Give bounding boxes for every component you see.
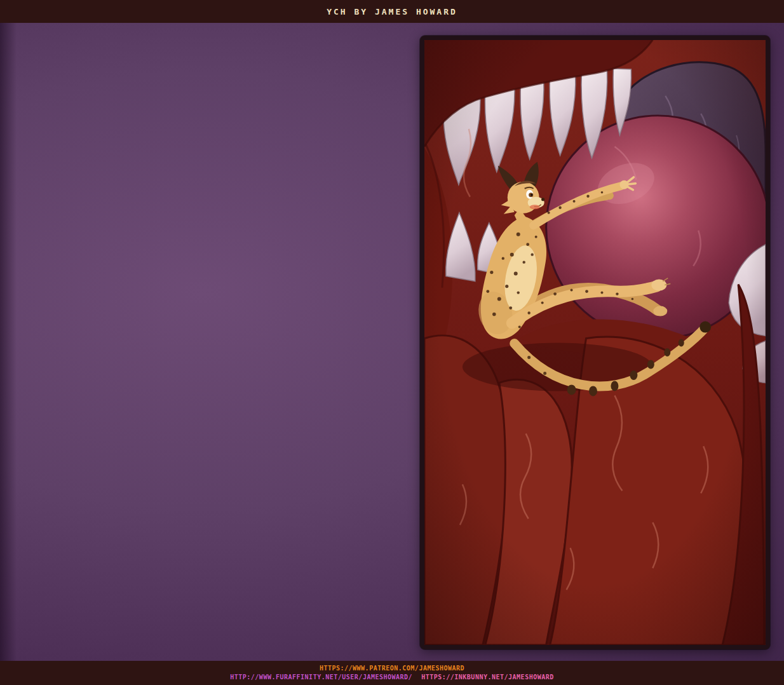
top-title-bar: YCH BY JAMES HOWARD — [0, 0, 784, 23]
footer-row-2: HTTP://WWW.FURAFFINITY.NET/USER/JAMESHOW… — [230, 674, 554, 681]
purple-backdrop — [0, 23, 784, 661]
artwork-panel — [420, 36, 770, 649]
bottom-links-bar: HTTPS://WWW.PATREON.COM/JAMESHOWARD HTTP… — [0, 661, 784, 685]
vignette-overlay — [424, 40, 766, 645]
page-title: YCH BY JAMES HOWARD — [327, 7, 457, 17]
furaffinity-link[interactable]: HTTP://WWW.FURAFFINITY.NET/USER/JAMESHOW… — [230, 674, 412, 681]
patreon-link[interactable]: HTTPS://WWW.PATREON.COM/JAMESHOWARD — [320, 665, 464, 672]
footer-row-1: HTTPS://WWW.PATREON.COM/JAMESHOWARD — [320, 665, 464, 672]
mouth-scene-illustration — [424, 40, 766, 645]
inkbunny-link[interactable]: HTTPS://INKBUNNY.NET/JAMESHOWARD — [421, 674, 554, 681]
